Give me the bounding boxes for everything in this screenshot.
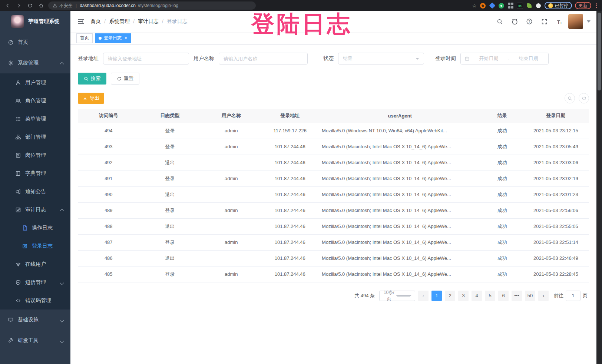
table-cell: 登录 bbox=[139, 139, 200, 155]
dashboard-icon bbox=[7, 39, 14, 45]
breadcrumb-item[interactable]: 系统管理 bbox=[109, 18, 130, 25]
sidebar-item-label: 岗位管理 bbox=[25, 152, 70, 159]
chevron-down-icon bbox=[59, 338, 65, 344]
browser-home-icon[interactable] bbox=[37, 1, 45, 10]
page-number-button[interactable]: 1 bbox=[431, 291, 442, 301]
profile-paused-pill[interactable]: 已暂停 bbox=[545, 2, 572, 9]
date-range-picker[interactable]: 开始日期 - 结束日期 bbox=[460, 53, 549, 64]
browser-scrollbar-thumb[interactable] bbox=[598, 13, 601, 90]
url-divider: | bbox=[76, 3, 77, 8]
toggle-search-button[interactable] bbox=[565, 93, 575, 103]
sidebar-item-menu[interactable]: 菜单管理 bbox=[0, 110, 70, 128]
page-number-button[interactable]: 6 bbox=[498, 291, 509, 301]
sidebar-item-label: 操作日志 bbox=[32, 225, 70, 231]
tree-icon bbox=[15, 134, 22, 140]
megaphone-icon bbox=[15, 189, 22, 195]
page-number-button[interactable]: 2 bbox=[445, 291, 455, 301]
sidebar-item-role[interactable]: 角色管理 bbox=[0, 92, 70, 110]
sidebar-item-label: 短信管理 bbox=[25, 279, 56, 286]
breadcrumb-item[interactable]: 审计日志 bbox=[138, 18, 159, 25]
sidebar-item-label: 在线用户 bbox=[25, 261, 70, 268]
extension-icon-leaf[interactable] bbox=[526, 3, 532, 9]
address-input[interactable] bbox=[103, 53, 189, 64]
avatar-caret-down-icon[interactable] bbox=[587, 20, 591, 23]
tab-item[interactable]: 首页 bbox=[76, 33, 93, 43]
browser-reload-icon[interactable] bbox=[26, 1, 34, 10]
username-input[interactable] bbox=[219, 53, 308, 64]
browser-scrollbar-track[interactable] bbox=[596, 11, 602, 364]
extension-icon-paw[interactable] bbox=[535, 3, 542, 9]
more-pages-button[interactable]: ••• bbox=[512, 291, 522, 301]
sidebar-item-label: 系统管理 bbox=[18, 60, 56, 66]
hamburger-icon[interactable] bbox=[76, 18, 88, 25]
page-number-button[interactable]: 3 bbox=[458, 291, 469, 301]
sidebar-item-dept[interactable]: 部门管理 bbox=[0, 128, 70, 146]
close-icon[interactable]: × bbox=[125, 36, 127, 40]
sidebar-item-post[interactable]: 岗位管理 bbox=[0, 146, 70, 164]
tab-active[interactable]: 登录日志× bbox=[95, 33, 131, 43]
page-number-button[interactable]: 50 bbox=[525, 291, 535, 301]
sidebar-item-sms[interactable]: 短信管理 bbox=[0, 273, 70, 291]
fullscreen-icon[interactable] bbox=[539, 16, 550, 27]
reset-button[interactable]: 重置 bbox=[111, 73, 139, 85]
goto-page-input[interactable] bbox=[566, 291, 580, 301]
search-button-label: 搜索 bbox=[91, 75, 100, 82]
sidebar-item-login-log[interactable]: 登录日志 bbox=[0, 237, 70, 255]
sidebar-item-notice[interactable]: 通知公告 bbox=[0, 182, 70, 201]
refresh-table-button[interactable] bbox=[579, 93, 589, 103]
extension-icon-grid[interactable] bbox=[507, 3, 514, 9]
sidebar-item-errcode[interactable]: 错误码管理 bbox=[0, 291, 70, 310]
menulist-icon bbox=[15, 116, 22, 122]
extension-icon-green-circle[interactable] bbox=[498, 3, 505, 9]
export-button[interactable]: 导出 bbox=[78, 93, 104, 104]
sidebar-item-audit-log[interactable]: 审计日志 bbox=[0, 201, 70, 219]
table-cell: 成功 bbox=[482, 250, 522, 266]
user-avatar[interactable] bbox=[568, 14, 583, 29]
browser-back-icon[interactable] bbox=[4, 1, 12, 10]
help-icon[interactable]: ? bbox=[524, 16, 535, 27]
page-number-button[interactable]: 5 bbox=[485, 291, 495, 301]
sidebar-item-devtool[interactable]: 研发工具 bbox=[0, 330, 70, 351]
sidebar-item-label: 菜单管理 bbox=[25, 116, 70, 122]
next-page-button[interactable]: › bbox=[538, 291, 549, 301]
sidebar-item-online-user[interactable]: 在线用户 bbox=[0, 255, 70, 273]
browser-url-bar[interactable]: 不安全 | dashboard.yudao.iocoder.cn/system/… bbox=[48, 1, 256, 10]
table-column-header: 日志类型 bbox=[139, 109, 200, 123]
extension-icon-blue-shield[interactable] bbox=[489, 3, 495, 9]
status-select[interactable]: 结果 bbox=[338, 53, 424, 64]
extension-icon-on-badge[interactable]: on bbox=[517, 3, 523, 9]
sidebar-item-label: 用户管理 bbox=[25, 79, 70, 86]
font-size-icon[interactable]: TT bbox=[553, 16, 565, 27]
github-icon[interactable] bbox=[509, 16, 520, 27]
sidebar-item-dict[interactable]: 字典管理 bbox=[0, 164, 70, 182]
prev-page-button[interactable]: ‹ bbox=[418, 291, 429, 301]
sidebar-item-infra[interactable]: 基础设施 bbox=[0, 310, 70, 330]
sidebar-item-home[interactable]: 首页 bbox=[0, 32, 70, 53]
extension-icon-orange[interactable] bbox=[480, 3, 486, 9]
bookmark-star-icon[interactable]: ☆ bbox=[472, 3, 477, 9]
breadcrumb-item: 登录日志 bbox=[167, 18, 188, 25]
browser-menu-kebab-icon[interactable] bbox=[594, 3, 598, 9]
book-icon bbox=[15, 171, 22, 176]
table-column-header: userAgent bbox=[318, 109, 482, 123]
export-button-label: 导出 bbox=[90, 95, 99, 102]
status-placeholder: 结果 bbox=[343, 55, 416, 62]
table-column-header: 登录日期 bbox=[523, 109, 589, 123]
sidebar-item-operate-log[interactable]: 操作日志 bbox=[0, 219, 70, 237]
table-cell: admin bbox=[201, 139, 262, 155]
sidebar-item-system[interactable]: 系统管理 bbox=[0, 53, 70, 73]
table-cell bbox=[201, 186, 262, 202]
browser-forward-icon[interactable] bbox=[15, 1, 23, 10]
table-cell: admin bbox=[201, 123, 262, 139]
search-icon[interactable] bbox=[494, 16, 505, 27]
app-logo[interactable]: 芋道管理系统 bbox=[0, 11, 70, 32]
page-number-button[interactable]: 4 bbox=[472, 291, 482, 301]
table-cell: 101.87.244.46 bbox=[262, 202, 318, 218]
search-button[interactable]: 搜索 bbox=[78, 73, 106, 85]
sidebar-item-user[interactable]: 用户管理 bbox=[0, 73, 70, 92]
browser-update-button[interactable]: 更新 bbox=[575, 2, 591, 9]
page-size-select[interactable]: 10条/页 bbox=[379, 291, 415, 301]
url-path: /system/log/login-log bbox=[138, 3, 178, 8]
breadcrumb-item[interactable]: 首页 bbox=[90, 18, 101, 25]
table-cell: 488 bbox=[78, 218, 139, 234]
